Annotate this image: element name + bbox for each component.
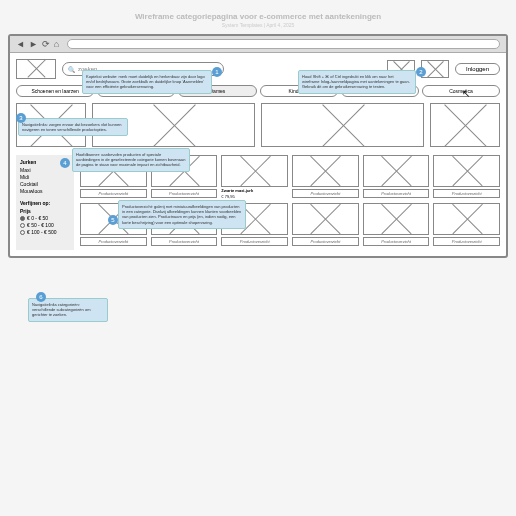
- url-bar[interactable]: [67, 39, 500, 49]
- annotation-1: Koptekst website: merk moet duidelijk en…: [82, 70, 212, 94]
- page-subtitle: System Templates | April 4, 2025: [8, 22, 508, 28]
- annotation-3: Navigatielinks: zorgen ervoor dat bezoek…: [18, 118, 128, 136]
- product-card[interactable]: Productoverzicht: [292, 203, 359, 246]
- annotation-4: Hoofdbanner: aanbevolen producten of spe…: [72, 148, 190, 172]
- badge-4: 4: [60, 158, 70, 168]
- banner-small-2[interactable]: [430, 103, 500, 147]
- price-opt-3[interactable]: € 100 - € 500: [20, 229, 70, 235]
- sidebar: Jurken Maxi Midi Cocktail Mouwloos Verfi…: [16, 155, 74, 250]
- price-opt-2[interactable]: € 50 - € 100: [20, 222, 70, 228]
- annotation-5: Productoverzicht: galerij met miniatuura…: [118, 200, 246, 229]
- product-card[interactable]: Productoverzicht: [363, 155, 430, 199]
- refine-title: Verfijnen op:: [20, 200, 70, 206]
- browser-frame: ◄ ► ⟳ ⌂ 🔍zoeken Inloggen Schoenen en laa…: [8, 34, 508, 258]
- reload-icon[interactable]: ⟳: [42, 39, 50, 49]
- sidebar-item[interactable]: Cocktail: [20, 181, 70, 187]
- price-opt-1[interactable]: € 0 - € 50: [20, 215, 70, 221]
- product-card[interactable]: Productoverzicht: [292, 155, 359, 199]
- radio-icon: [20, 230, 25, 235]
- annotation-2: Houd Shift + ⌘ of Ctrl ingedrukt en klik…: [298, 70, 416, 94]
- product-card-featured[interactable]: Zwarte maxi-jurk€ 79,95: [221, 155, 288, 199]
- home-icon[interactable]: ⌂: [54, 39, 59, 49]
- badge-6: 6: [36, 292, 46, 302]
- badge-5: 5: [108, 215, 118, 225]
- radio-icon: [20, 216, 25, 221]
- logo-placeholder: [16, 59, 56, 79]
- radio-icon: [20, 223, 25, 228]
- search-icon: 🔍: [68, 66, 75, 73]
- sidebar-item[interactable]: Maxi: [20, 167, 70, 173]
- sidebar-item[interactable]: Midi: [20, 174, 70, 180]
- login-button[interactable]: Inloggen: [455, 63, 500, 75]
- sidebar-item[interactable]: Mouwloos: [20, 188, 70, 194]
- product-card[interactable]: Productoverzicht: [363, 203, 430, 246]
- badge-1: 1: [212, 67, 222, 77]
- forward-icon[interactable]: ►: [29, 39, 38, 49]
- price-label: Prijs: [20, 208, 70, 214]
- banner-large-2[interactable]: [261, 103, 424, 147]
- product-card[interactable]: Productoverzicht: [433, 203, 500, 246]
- page-title: Wireframe categoriepagina voor e-commerc…: [8, 12, 508, 21]
- tab-cosmetics[interactable]: Cosmetica: [422, 85, 500, 97]
- back-icon[interactable]: ◄: [16, 39, 25, 49]
- browser-toolbar: ◄ ► ⟳ ⌂: [10, 36, 506, 53]
- badge-3: 3: [16, 113, 26, 123]
- badge-2: 2: [416, 67, 426, 77]
- product-card[interactable]: Productoverzicht: [433, 155, 500, 199]
- cursor-icon: ↖: [462, 88, 470, 99]
